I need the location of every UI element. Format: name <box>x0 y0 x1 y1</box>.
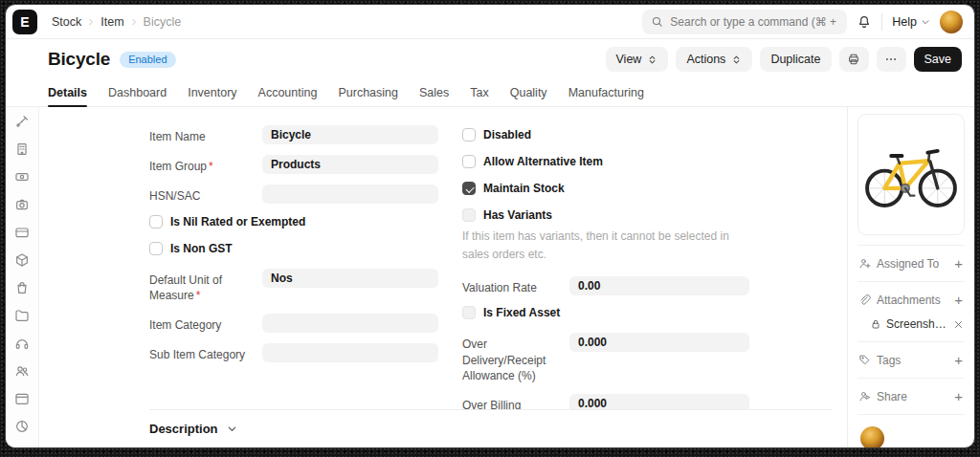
breadcrumb-item-item[interactable]: Item <box>100 15 123 29</box>
sidebar-camera-icon[interactable] <box>14 197 30 212</box>
remove-attachment-button[interactable] <box>953 319 964 330</box>
field-default-unit-of-measure: Default Unit of Measure* Nos <box>149 269 438 303</box>
viewer-avatar[interactable] <box>860 426 884 447</box>
maintain-stock-checkbox[interactable] <box>462 182 476 195</box>
search-input[interactable]: Search or type a command (⌘ + G) <box>642 10 847 34</box>
share-user-icon <box>858 390 871 403</box>
item-image[interactable] <box>858 114 965 235</box>
sidebar-wallet-icon[interactable] <box>14 225 30 240</box>
item-name-label: Item Name <box>149 125 262 144</box>
chevron-right-icon <box>86 17 96 27</box>
select-caret-icon <box>731 54 742 65</box>
over-billing-allowance-input[interactable]: 0.000 <box>569 394 749 409</box>
lock-icon <box>870 318 881 330</box>
tab-inventory[interactable]: Inventory <box>188 79 236 106</box>
item-category-label: Item Category <box>149 314 262 333</box>
over-delivery-receipt-allowance-label: Over Delivery/Receipt Allowance (%) <box>462 333 569 383</box>
sidebar-pie-chart-icon[interactable] <box>14 419 30 434</box>
sub-item-category-input[interactable] <box>262 343 438 362</box>
field-is-fixed-asset: Is Fixed Asset <box>462 306 749 319</box>
search-icon <box>651 15 663 28</box>
page-title: Bicycle <box>48 49 110 70</box>
sidebar-banknote-icon[interactable] <box>14 169 30 185</box>
description-section-toggle[interactable]: Description <box>149 409 833 447</box>
save-button[interactable]: Save <box>914 47 963 72</box>
is-non-gst-checkbox[interactable] <box>149 242 163 255</box>
app-logo[interactable]: E <box>12 10 37 34</box>
default-unit-of-measure-input[interactable]: Nos <box>262 269 438 288</box>
tab-sales[interactable]: Sales <box>419 79 449 106</box>
default-unit-of-measure-label: Default Unit of Measure* <box>149 269 262 303</box>
notifications-button[interactable] <box>857 14 872 30</box>
item-category-input[interactable] <box>262 314 438 333</box>
has-variants-checkbox <box>462 208 476 222</box>
chevron-down-icon <box>921 17 930 27</box>
lock-icon <box>870 318 881 330</box>
chevron-down-icon <box>227 424 237 434</box>
breadcrumb-separator <box>86 17 96 27</box>
navbar: E StockItemBicycle Search or type a comm… <box>6 5 974 39</box>
add-assigned-to-button[interactable]: + <box>953 256 964 271</box>
sidebar-shopping-bag-icon[interactable] <box>14 280 30 295</box>
is-fixed-asset-checkbox <box>462 306 476 319</box>
has-variants-label: Has Variants <box>483 208 552 222</box>
sidebar-tools-icon[interactable] <box>14 114 30 129</box>
item-group-input[interactable]: Products <box>262 155 438 174</box>
attachment-name[interactable]: Screenshot ... <box>886 317 948 331</box>
allow-alternative-item-checkbox[interactable] <box>462 155 476 168</box>
sidebar-hammer-icon[interactable] <box>14 446 30 447</box>
pie-chart-icon <box>14 419 30 434</box>
hammer-icon <box>14 446 30 447</box>
navbar-right: Search or type a command (⌘ + G) Help <box>642 10 963 34</box>
view-button[interactable]: View <box>606 47 669 72</box>
valuation-rate-input[interactable]: 0.00 <box>569 276 749 295</box>
attachment-row: Screenshot ... <box>858 317 965 341</box>
tab-quality[interactable]: Quality <box>510 79 547 106</box>
hsn-sac-input[interactable] <box>262 185 438 204</box>
tab-accounting[interactable]: Accounting <box>258 79 318 106</box>
sidebar-building-icon[interactable] <box>14 141 30 157</box>
add-share-button[interactable]: + <box>953 389 964 403</box>
item-name-input[interactable]: Bicycle <box>262 125 438 144</box>
sidebar-browser-icon[interactable] <box>14 391 30 406</box>
banknote-icon <box>14 169 30 185</box>
tab-dashboard[interactable]: Dashboard <box>108 79 167 106</box>
print-button[interactable] <box>839 47 869 72</box>
attachments-label: Attachments <box>877 294 941 307</box>
more-options-button[interactable] <box>877 47 906 72</box>
over-delivery-receipt-allowance-input[interactable]: 0.000 <box>569 333 749 352</box>
actions-button[interactable]: Actions <box>676 47 752 72</box>
is-nil-rated-or-exempted-checkbox[interactable] <box>149 215 163 228</box>
allow-alternative-item-label: Allow Alternative Item <box>483 155 603 168</box>
user-avatar[interactable] <box>940 11 963 33</box>
disabled-checkbox[interactable] <box>462 128 476 141</box>
share-label: Share <box>877 390 907 403</box>
tag-icon <box>858 354 871 366</box>
duplicate-button[interactable]: Duplicate <box>760 47 831 72</box>
main-form: Item Name Bicycle Item Group* Products H… <box>39 107 847 447</box>
tab-details[interactable]: Details <box>48 79 87 106</box>
folder-icon <box>14 308 30 323</box>
browser-icon <box>14 391 30 406</box>
sidebar-users-icon[interactable] <box>14 363 30 379</box>
tab-tax[interactable]: Tax <box>470 79 488 106</box>
app-window: E StockItemBicycle Search or type a comm… <box>5 4 975 448</box>
sidebar-package-icon[interactable] <box>14 252 30 268</box>
assign-user-icon <box>858 257 871 270</box>
add-attachments-button[interactable]: + <box>953 293 964 307</box>
search-placeholder: Search or type a command (⌘ + G) <box>670 15 838 29</box>
is-fixed-asset-label: Is Fixed Asset <box>483 306 560 319</box>
sidebar-folder-icon[interactable] <box>14 308 30 323</box>
breadcrumb-item-stock[interactable]: Stock <box>52 15 81 29</box>
info-sidebar: Assigned To + Attachments + Screenshot .… <box>847 107 974 447</box>
form-column-right: Disabled Allow Alternative Item Maintain… <box>462 125 749 409</box>
help-menu[interactable]: Help <box>892 15 930 29</box>
tab-purchasing[interactable]: Purchasing <box>338 79 398 106</box>
sidebar-headphones-icon[interactable] <box>14 336 30 351</box>
required-asterisk: * <box>209 160 213 173</box>
form-body: Item Name Bicycle Item Group* Products H… <box>39 107 847 409</box>
tab-manufacturing[interactable]: Manufacturing <box>568 79 644 106</box>
share-user-icon <box>858 390 871 403</box>
add-tags-button[interactable]: + <box>953 353 964 367</box>
field-over-delivery-receipt-allowance: Over Delivery/Receipt Allowance (%) 0.00… <box>462 333 749 383</box>
